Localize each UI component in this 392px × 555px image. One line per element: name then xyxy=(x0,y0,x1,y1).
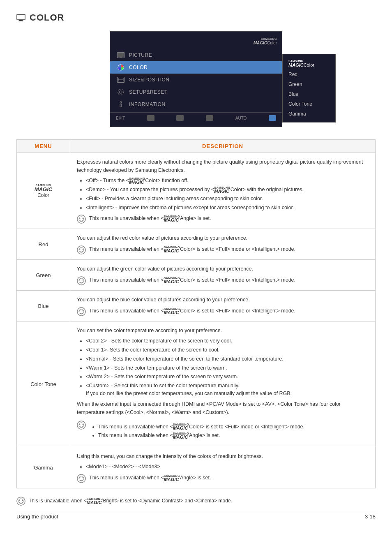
bullet-list-gamma: <Mode1> - <Mode2> - <Mode3> xyxy=(77,463,369,471)
note-row-green: This menu is unavailable when <SAMSUNGMA… xyxy=(77,276,369,285)
list-item: This menu is unavailable when <SAMSUNGMA… xyxy=(98,432,304,439)
table-row-colortone: Color Tone You can set the color tempera… xyxy=(17,321,376,447)
note-text-green: This menu is unavailable when <SAMSUNGMA… xyxy=(89,276,295,284)
desc-intro-blue: You can adjust the blue color value of p… xyxy=(77,296,369,304)
list-item: <Off> - Turns the <SAMSUNGMAGICColor> fu… xyxy=(86,177,369,185)
svg-point-32 xyxy=(79,423,84,428)
osd-label-setup: SETUP&RESET xyxy=(129,89,168,95)
col-header-menu: MENU xyxy=(17,140,70,153)
svg-point-20 xyxy=(79,247,84,252)
menu-cell-red: Red xyxy=(17,229,70,260)
desc-cell-gamma: Using this menu, you can change the inte… xyxy=(70,447,376,488)
note-row-colortone-1: This menu is unavailable when <SAMSUNGMA… xyxy=(77,421,369,442)
osd-submenu-magic: SAMSUNG MAGICColor xyxy=(283,58,335,69)
osd-item-setup: SETUP&RESET xyxy=(110,86,282,98)
table-row-blue: Blue You can adjust the blue color value… xyxy=(17,291,376,321)
note-text-gamma: This menu is unavailable when <SAMSUNGMA… xyxy=(89,474,211,482)
svg-rect-2 xyxy=(18,21,23,21)
svg-point-38 xyxy=(83,477,84,478)
page-title: COLOR xyxy=(30,12,64,23)
svg-rect-5 xyxy=(120,57,122,58)
desc-cell-magic-color: Expresses natural colors more clearly wi… xyxy=(70,153,376,229)
osd-item-color: COLOR xyxy=(110,61,282,74)
note-row-blue: This menu is unavailable when <SAMSUNGMA… xyxy=(77,307,369,316)
svg-rect-1 xyxy=(19,20,23,21)
svg-point-17 xyxy=(79,218,81,219)
menu-cell-colortone: Color Tone xyxy=(17,321,70,447)
svg-point-19 xyxy=(77,246,85,254)
svg-point-18 xyxy=(83,218,84,219)
menu-cell-gamma: Gamma xyxy=(17,447,70,488)
svg-point-25 xyxy=(79,280,81,281)
bullet-list-magic: <Off> - Turns the <SAMSUNGMAGICColor> fu… xyxy=(77,177,369,211)
svg-point-23 xyxy=(77,277,85,285)
col-header-desc: DESCRIPTION xyxy=(70,140,376,153)
svg-point-11 xyxy=(120,91,122,93)
footer-using-product: Using the product xyxy=(16,513,58,520)
note-icon xyxy=(77,276,86,285)
osd-submenu-green: Green xyxy=(283,79,335,89)
svg-point-29 xyxy=(79,310,81,312)
svg-point-16 xyxy=(79,217,84,222)
table-row-magic-color: SAMSUNG MAGIC Color Expresses natural co… xyxy=(17,153,376,229)
svg-point-33 xyxy=(79,423,81,425)
list-item: This menu is unavailable when <SAMSUNGMA… xyxy=(98,423,304,431)
list-item: <Custom> - Select this menu to set the c… xyxy=(86,382,369,398)
note-text-blue: This menu is unavailable when <SAMSUNGMA… xyxy=(89,307,295,315)
svg-point-31 xyxy=(77,421,85,429)
note-icon xyxy=(77,421,86,430)
desc-intro-colortone: You can set the color temperature accord… xyxy=(77,326,369,335)
osd-submenu-colortone: Color Tone xyxy=(283,99,335,109)
osd-label-color: COLOR xyxy=(129,65,148,70)
list-item: <Demo> - You can compare the pictures pr… xyxy=(86,186,369,194)
list-item: <Warm 2> - Sets the color temperature of… xyxy=(86,373,369,381)
note-icon xyxy=(77,307,86,316)
desc-intro-red: You can adjust the red color value of pi… xyxy=(77,234,369,242)
footer-note-text: This is unavailable when <SAMSUNGMAGICBr… xyxy=(29,497,232,505)
note-bullets-colortone: This menu is unavailable when <SAMSUNGMA… xyxy=(89,423,304,440)
list-item: <Mode1> - <Mode2> - <Mode3> xyxy=(86,463,369,471)
description-table: MENU DESCRIPTION SAMSUNG MAGIC Color Exp… xyxy=(16,139,376,488)
list-item: <Intelligent> - Improves the chroma of p… xyxy=(86,204,369,212)
desc-cell-blue: You can adjust the blue color value of p… xyxy=(70,291,376,321)
osd-label-info: INFORMATION xyxy=(129,102,166,107)
list-item: <Cool 1>- Sets the color temperature of … xyxy=(86,346,369,354)
osd-item-info: INFORMATION xyxy=(110,98,282,111)
menu-cell-green: Green xyxy=(17,260,70,291)
osd-label-size: SIZE&POSITION xyxy=(129,77,170,83)
svg-point-28 xyxy=(79,309,84,314)
note-row-red: This menu is unavailable when <SAMSUNGMA… xyxy=(77,245,369,254)
table-row-gamma: Gamma Using this menu, you can change th… xyxy=(17,447,376,488)
svg-point-30 xyxy=(83,310,84,312)
note-icon xyxy=(77,215,86,224)
list-item: <Full> - Provides a clearer picture incl… xyxy=(86,195,369,203)
svg-point-37 xyxy=(79,477,81,478)
osd-menu: SAMSUNG MAGICColor PICTURE xyxy=(110,31,282,127)
svg-point-34 xyxy=(83,423,84,425)
page-footer: Using the product 3-18 xyxy=(16,510,376,520)
osd-submenu: SAMSUNG MAGICColor Red Green Blue Color … xyxy=(282,54,336,123)
osd-submenu-gamma: Gamma xyxy=(283,109,335,119)
svg-rect-0 xyxy=(17,14,25,20)
svg-point-40 xyxy=(18,499,23,504)
monitor-icon xyxy=(16,14,25,21)
note-row-magic-angle: This menu is unavailable when <SAMSUNGMA… xyxy=(77,215,369,224)
osd-label-picture: PICTURE xyxy=(129,52,152,58)
desc-intro-magic: Expresses natural colors more clearly wi… xyxy=(77,158,369,174)
note-icon xyxy=(77,474,86,483)
footer-note-icon xyxy=(16,497,25,506)
svg-point-26 xyxy=(83,280,84,281)
table-row-green: Green You can adjust the green color val… xyxy=(17,260,376,291)
osd-bottom-bar: EXIT AUTO xyxy=(110,112,282,123)
svg-rect-14 xyxy=(120,104,122,107)
svg-point-13 xyxy=(120,102,122,103)
svg-point-39 xyxy=(17,497,25,505)
list-item: <Normal> - Sets the color temperature of… xyxy=(86,355,369,363)
note-icon xyxy=(77,245,86,254)
osd-submenu-blue: Blue xyxy=(283,89,335,99)
svg-point-24 xyxy=(79,278,84,283)
desc-cell-colortone: You can set the color temperature accord… xyxy=(70,321,376,447)
svg-point-12 xyxy=(118,89,124,95)
svg-point-21 xyxy=(79,249,81,250)
osd-screenshot: SAMSUNG MAGICColor PICTURE xyxy=(16,31,376,127)
